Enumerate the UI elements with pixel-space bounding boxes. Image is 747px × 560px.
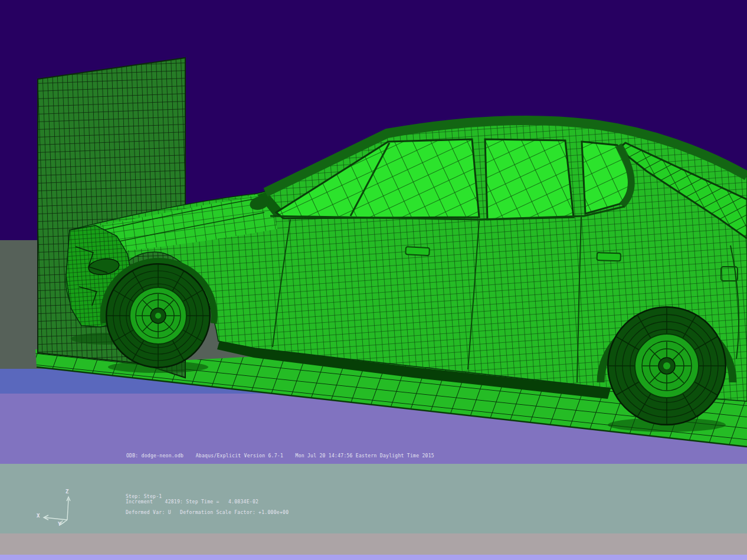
- rear-wheel: [608, 307, 726, 425]
- front-wheel: [106, 264, 210, 368]
- front-door-handle: [405, 247, 430, 256]
- abaqus-viewer-window: ODB: dodge-neon.odb Abaqus/Explicit Vers…: [0, 0, 747, 560]
- tan-strip: [0, 533, 747, 555]
- odb-caption: ODB: dodge-neon.odb Abaqus/Explicit Vers…: [126, 453, 434, 459]
- rear-door-window-glass: [485, 139, 574, 220]
- viewport-canvas[interactable]: [0, 0, 747, 560]
- state-deformed-line: Deformed Var: U Deformation Scale Factor…: [126, 510, 289, 515]
- rear-door-handle: [597, 253, 621, 261]
- triad-z-label: Z: [65, 489, 68, 494]
- state-step-line: Step: Step-1: [126, 494, 162, 499]
- triad-y-label: Y: [58, 521, 61, 527]
- triad-x-label: X: [37, 513, 40, 519]
- sage-panel-band: [0, 464, 747, 533]
- state-increment-line: Increment 42819: Step Time = 4.0834E-02: [126, 499, 258, 505]
- lavender-strip: [0, 555, 747, 560]
